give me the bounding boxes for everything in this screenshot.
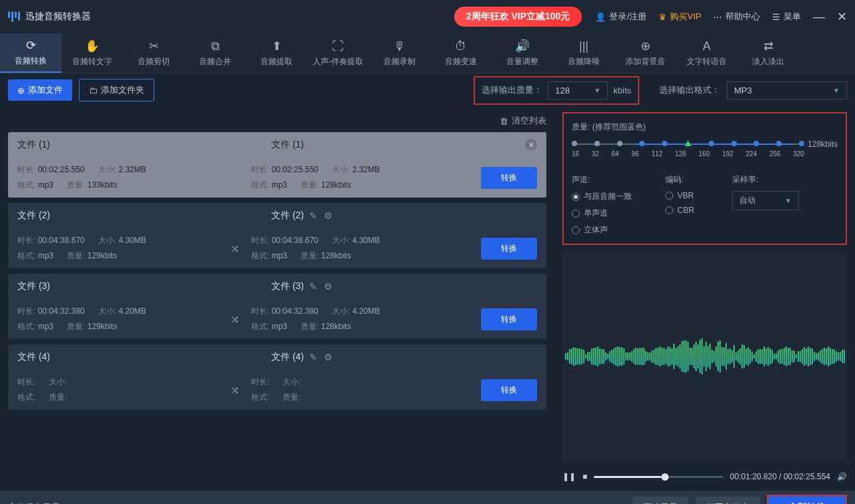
vip-icon: ♛ [659, 12, 667, 22]
tab-icon: ✋ [85, 39, 100, 53]
menu-icon: ☰ [772, 12, 780, 22]
quality-title: 质量: (推荐范围蓝色) [572, 121, 838, 133]
open-folder-button[interactable]: 打开文件夹 [695, 497, 760, 504]
shuffle-icon[interactable]: ⤨ [224, 313, 244, 326]
add-file-button[interactable]: ⊕添加文件 [8, 79, 72, 101]
menu-link[interactable]: ☰菜单 [772, 11, 801, 23]
help-icon: ⋯ [713, 12, 722, 22]
tab-11[interactable]: A文字转语音 [676, 33, 737, 73]
plus-icon: ⊕ [17, 85, 25, 95]
file-row[interactable]: 文件 (3) 文件 (3) ✎ ⚙ 时长: 00:04:32.380大小: 4.… [8, 274, 546, 339]
control-row: ⊕添加文件 🗀添加文件夹 选择输出质量： 128▼ kbits 选择输出格式： … [0, 73, 855, 107]
tab-icon: ⊕ [641, 39, 651, 53]
tab-icon: 🔊 [515, 39, 530, 53]
save-dir-label: 文件保存目录： [8, 501, 69, 504]
trash-icon: 🗑 [500, 116, 508, 126]
volume-icon[interactable]: 🔊 [837, 472, 847, 481]
clear-list-button[interactable]: 🗑清空列表 [500, 115, 546, 127]
settings-panel: 质量: (推荐范围蓝色) 163264961121281601922242563… [562, 112, 847, 245]
tab-9[interactable]: |||音频降噪 [553, 33, 615, 73]
tab-icon: ⬆ [272, 39, 282, 53]
channel-radio-original[interactable]: 与原音频一致 [572, 191, 652, 202]
convert-button[interactable]: 转换 [481, 238, 537, 260]
encoding-radio-cbr[interactable]: CBR [665, 206, 719, 215]
output-quality-group: 选择输出质量： 128▼ kbits [474, 76, 639, 105]
samplerate-label: 采样率: [732, 174, 799, 186]
user-icon: 👤 [595, 12, 606, 22]
tab-3[interactable]: ⧉音频合并 [184, 33, 246, 73]
quality-select[interactable]: 128▼ [548, 81, 608, 99]
waveform-preview [562, 252, 847, 461]
chevron-down-icon: ▼ [833, 87, 840, 94]
buy-vip-link[interactable]: ♛购买VIP [659, 11, 701, 23]
quality-unit: kbits [613, 85, 631, 95]
tab-2[interactable]: ✂音频剪切 [123, 33, 184, 73]
tab-7[interactable]: ⏱音频变速 [430, 33, 492, 73]
edit-icon[interactable]: ✎ [309, 281, 317, 292]
progress-slider[interactable] [594, 476, 723, 478]
tab-icon: ⇄ [763, 39, 774, 53]
chevron-down-icon: ▼ [785, 197, 792, 204]
tab-icon: ⟳ [26, 38, 36, 53]
tab-0[interactable]: ⟳音频转换 [0, 33, 61, 73]
chevron-down-icon: ▼ [594, 87, 601, 94]
tab-icon: ⛶ [332, 39, 344, 53]
channel-radio-stereo[interactable]: 立体声 [572, 224, 652, 236]
tab-icon: ⧉ [211, 39, 220, 53]
close-button[interactable]: ✕ [837, 9, 847, 24]
tab-icon: ✂ [149, 39, 159, 53]
stop-button[interactable]: ■ [582, 472, 587, 481]
tab-10[interactable]: ⊕添加背景音 [615, 33, 676, 73]
tab-icon: A [703, 39, 711, 53]
gear-icon[interactable]: ⚙ [324, 210, 333, 221]
file-row[interactable]: 文件 (4) 文件 (4) ✎ ⚙ 时长: 大小: 格式: 质量: ⤨ 时长: … [8, 344, 546, 410]
edit-icon[interactable]: ✎ [309, 352, 317, 362]
minimize-button[interactable]: — [813, 10, 825, 24]
help-link[interactable]: ⋯帮助中心 [713, 11, 760, 23]
format-label: 选择输出格式： [659, 84, 720, 96]
encoding-radio-vbr[interactable]: VBR [665, 191, 719, 200]
app-title: 迅捷音频转换器 [25, 11, 91, 23]
gear-icon[interactable]: ⚙ [324, 281, 333, 292]
convert-button[interactable]: 转换 [481, 167, 537, 189]
convert-button[interactable]: 转换 [481, 308, 537, 330]
tabbar: ⟳音频转换✋音频转文字✂音频剪切⧉音频合并⬆音频提取⛶人声-伴奏提取🎙音频录制⏱… [0, 33, 855, 73]
remove-file-button[interactable]: ✕ [525, 139, 537, 151]
convert-all-button[interactable]: 全部转换 [767, 495, 847, 504]
shuffle-icon[interactable]: ⤨ [224, 384, 244, 397]
gear-icon[interactable]: ⚙ [324, 352, 333, 362]
pause-button[interactable]: ❚❚ [562, 472, 576, 481]
file-list: 文件 (1) 文件 (1) ✎ ⚙ ✕ 时长: 00:02:25.550大小: … [8, 132, 546, 485]
edit-icon[interactable]: ✎ [309, 210, 317, 221]
change-dir-button[interactable]: 更改目录 [633, 497, 689, 504]
file-row[interactable]: 文件 (1) 文件 (1) ✎ ⚙ ✕ 时长: 00:02:25.550大小: … [8, 132, 546, 198]
tab-icon: ⏱ [455, 39, 467, 53]
tab-4[interactable]: ⬆音频提取 [246, 33, 307, 73]
quality-label: 选择输出质量： [482, 84, 542, 96]
channel-label: 声道: [572, 174, 652, 186]
samplerate-select[interactable]: 自动▼ [732, 191, 799, 210]
tab-5[interactable]: ⛶人声-伴奏提取 [307, 33, 369, 73]
tab-8[interactable]: 🔊音量调整 [492, 33, 553, 73]
gear-icon[interactable]: ⚙ [324, 140, 333, 150]
file-row[interactable]: 文件 (2) 文件 (2) ✎ ⚙ 时长: 00:04:38.670大小: 4.… [8, 203, 546, 268]
time-display: 00:01:20.820 / 00:02:25.554 [730, 472, 830, 481]
add-folder-button[interactable]: 🗀添加文件夹 [79, 79, 154, 101]
convert-button[interactable]: 转换 [481, 379, 537, 401]
tab-1[interactable]: ✋音频转文字 [61, 33, 123, 73]
tab-6[interactable]: 🎙音频录制 [369, 33, 430, 73]
edit-icon[interactable]: ✎ [309, 140, 317, 150]
logo-icon [8, 11, 20, 22]
channel-radio-mono[interactable]: 单声道 [572, 208, 652, 219]
shuffle-icon[interactable]: ⤨ [224, 242, 244, 255]
tab-icon: ||| [579, 39, 588, 53]
login-link[interactable]: 👤登录/注册 [595, 11, 647, 23]
shuffle-icon[interactable]: ⤨ [224, 172, 244, 184]
tab-12[interactable]: ⇄淡入淡出 [737, 33, 799, 73]
tab-icon: 🎙 [393, 39, 405, 53]
format-select[interactable]: MP3▼ [727, 81, 847, 99]
quality-slider[interactable]: 16326496112128160192224256320 128kbits [572, 140, 838, 166]
audio-player: ❚❚ ■ 00:01:20.820 / 00:02:25.554 🔊 [562, 468, 847, 485]
titlebar: 迅捷音频转换器 2周年狂欢 VIP立减100元 👤登录/注册 ♛购买VIP ⋯帮… [0, 0, 855, 33]
promo-badge[interactable]: 2周年狂欢 VIP立减100元 [454, 7, 582, 27]
